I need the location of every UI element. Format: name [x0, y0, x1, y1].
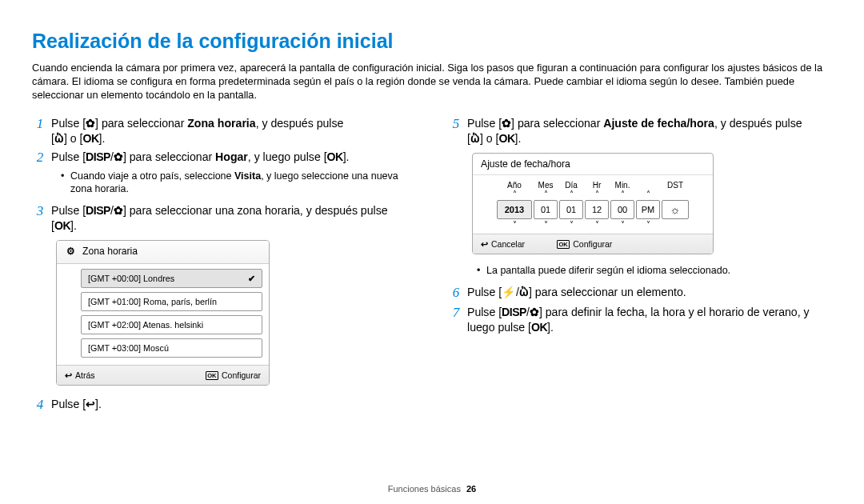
- return-icon: ↩: [86, 398, 95, 410]
- ok-icon: OK: [327, 150, 343, 163]
- txt: ].: [70, 219, 77, 232]
- txt: Cuando viaje a otro país, seleccione: [70, 170, 234, 182]
- value: 2013: [497, 200, 532, 219]
- txt: ] para seleccionar: [95, 117, 187, 130]
- txt: , y después pulse: [714, 117, 802, 130]
- datetime-panel: Ajuste de fecha/hora Año Mes Día Hr Min.…: [472, 153, 714, 254]
- step-6: 6 Pulse [⚡/ὣ] para seleccionar un elemen…: [448, 285, 832, 301]
- txt: ] para seleccionar un elemento.: [529, 286, 686, 298]
- disp-icon: DISP: [86, 150, 110, 163]
- txt: ].: [95, 398, 102, 410]
- down-icon: ✿: [114, 150, 123, 163]
- spinner-hr[interactable]: ˄12˅: [585, 190, 609, 229]
- step-number: 7: [448, 305, 464, 335]
- footer-section: Funciones básicas: [388, 484, 461, 494]
- chevron-down-icon[interactable]: ˅: [621, 221, 625, 229]
- tz-row[interactable]: [GMT +03:00] Moscú: [81, 338, 262, 358]
- label: Cancelar: [491, 234, 525, 254]
- chevron-down-icon[interactable]: ˅: [646, 221, 650, 229]
- ok-icon: OK: [557, 240, 570, 249]
- tz-row[interactable]: [GMT +02:00] Atenas. helsinki: [81, 315, 262, 334]
- dst-icon: ☼: [662, 200, 689, 219]
- chevron-down-icon[interactable]: ˅: [570, 221, 574, 229]
- step-2: 2 Pulse [DISP/✿] para seleccionar Hogar,…: [32, 150, 416, 166]
- footer-page-number: 26: [466, 484, 476, 494]
- txt: ].: [343, 150, 350, 163]
- txt: ].: [99, 132, 106, 145]
- txt: Pulse [: [467, 286, 502, 298]
- down-icon: ✿: [502, 117, 511, 130]
- step-2-bullet: • Cuando viaje a otro país, seleccione V…: [61, 170, 416, 196]
- txt: , y después pulse: [256, 117, 344, 130]
- spinner-month[interactable]: ˄01˅: [534, 190, 558, 229]
- ok-icon: OK: [82, 132, 98, 145]
- step-3: 3 Pulse [DISP/✿] para seleccionar una zo…: [32, 203, 416, 234]
- chevron-down-icon[interactable]: ˅: [513, 221, 517, 229]
- page-title: Realización de la configuración inicial: [32, 28, 832, 54]
- txt: luego pulse [: [467, 321, 531, 334]
- chevron-up-icon[interactable]: ˄: [570, 190, 574, 198]
- gear-icon: ⚙: [63, 246, 78, 258]
- right-column: 5 Pulse [✿] para seleccionar Ajuste de f…: [448, 116, 832, 416]
- txt: ] para seleccionar una zona horaria, y d…: [123, 204, 388, 217]
- txt: Pulse [: [51, 117, 86, 130]
- chevron-up-icon[interactable]: ˄: [513, 190, 517, 198]
- tz-row-label: [GMT +03:00] Moscú: [88, 343, 169, 353]
- step-7: 7 Pulse [DISP/✿] para definir la fecha, …: [448, 305, 832, 335]
- chevron-up-icon[interactable]: ˄: [621, 190, 625, 198]
- txt: Pulse [: [51, 398, 86, 410]
- spinner-min[interactable]: ˄00˅: [610, 190, 634, 229]
- label-dst: DST: [662, 180, 689, 190]
- label: Configurar: [222, 366, 261, 385]
- step-number: 6: [448, 285, 464, 301]
- back-button[interactable]: ↩Atrás: [65, 366, 95, 385]
- value: 00: [610, 200, 634, 219]
- spinner-day[interactable]: ˄01˅: [559, 190, 583, 229]
- back-icon: ↩: [481, 234, 488, 254]
- value: 01: [559, 200, 583, 219]
- panel-header: ⚙ Zona horaria: [57, 241, 269, 264]
- chevron-down-icon[interactable]: ˅: [595, 221, 599, 229]
- panel-title: Ajuste de fecha/hora: [473, 154, 713, 175]
- page-footer: Funciones básicas 26: [0, 483, 864, 494]
- chevron-up-icon[interactable]: ˄: [646, 190, 650, 198]
- spinner-year[interactable]: ˄2013˅: [497, 190, 532, 229]
- timer-icon: ὣ: [470, 132, 480, 145]
- txt: ] o [: [64, 132, 83, 145]
- chevron-down-icon[interactable]: ˅: [544, 221, 548, 229]
- tz-row-label: [GMT +01:00] Roma, parís, berlín: [88, 297, 217, 306]
- chevron-up-icon[interactable]: ˄: [595, 190, 599, 198]
- step-5: 5 Pulse [✿] para seleccionar Ajuste de f…: [448, 116, 832, 146]
- set-button[interactable]: OKConfigurar: [557, 234, 612, 254]
- tz-row-selected[interactable]: [GMT +00:00] Londres ✔: [81, 269, 262, 288]
- tz-row[interactable]: [GMT +01:00] Roma, parís, berlín: [81, 292, 262, 311]
- step-4: 4 Pulse [↩].: [32, 397, 416, 413]
- txt: ] para definir la fecha, la hora y el ho…: [539, 306, 810, 318]
- value: 01: [534, 200, 558, 219]
- back-icon: ↩: [65, 366, 72, 385]
- set-button[interactable]: OKConfigurar: [206, 366, 261, 385]
- txt: Pulse [: [51, 150, 86, 163]
- txt: ] para seleccionar: [511, 117, 603, 130]
- spinner-ampm[interactable]: ˄PM˅: [636, 190, 660, 229]
- txt: , y luego pulse [: [248, 150, 327, 163]
- ok-icon: OK: [54, 219, 70, 232]
- txt: La pantalla puede diferir según el idiom…: [486, 264, 832, 277]
- ok-icon: OK: [531, 321, 547, 334]
- down-icon: ✿: [86, 117, 95, 130]
- intro-paragraph: Cuando encienda la cámara por primera ve…: [32, 61, 832, 102]
- txt-bold: Zona horaria: [187, 117, 255, 130]
- chevron-up-icon[interactable]: ˄: [544, 190, 548, 198]
- cancel-button[interactable]: ↩Cancelar: [481, 234, 525, 254]
- txt: ] o [: [480, 132, 499, 145]
- txt: ].: [515, 132, 522, 145]
- disp-icon: DISP: [86, 204, 110, 217]
- txt-bold: Visita: [234, 170, 261, 182]
- spinner-dst[interactable]: ˄☼˅: [662, 190, 689, 229]
- timezone-panel: ⚙ Zona horaria [GMT +00:00] Londres ✔ [G…: [56, 240, 270, 386]
- tz-row-label: [GMT +00:00] Londres: [88, 274, 174, 283]
- timer-icon: ὣ: [54, 132, 64, 145]
- dt-labels: Año Mes Día Hr Min. DST: [473, 175, 713, 190]
- tz-row-label: [GMT +02:00] Atenas. helsinki: [88, 320, 203, 330]
- down-icon: ✿: [114, 204, 123, 217]
